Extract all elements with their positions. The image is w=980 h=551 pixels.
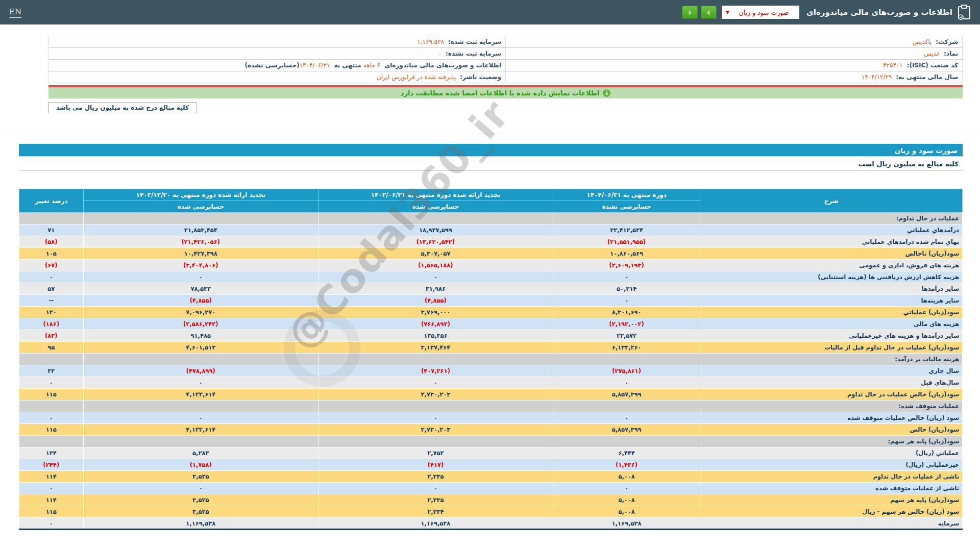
row-value: (۱,۵۶۵,۱۸۸): [318, 260, 553, 271]
header-percent-change: درصد تغییر: [19, 189, 84, 213]
row-value: (۷۶۶,۸۹۲): [318, 318, 553, 330]
issuer-status-value: پذیرفته شده در فرابورس ایران: [377, 73, 458, 81]
row-value: ۲,۷۵۲: [318, 447, 553, 459]
header-previous-period: تجدید ارائه شده دوره منتهی به ۱۴۰۳/۰۶/۳۱: [318, 189, 553, 201]
row-label: عملیات متوقف شده:: [700, 400, 963, 412]
row-value: ۰: [553, 483, 700, 494]
row-percent: ۰: [19, 271, 84, 283]
row-value: ۲,۳۳۴: [318, 506, 553, 518]
statement-unit-note: کلیه مبالغ به میلیون ریال است: [19, 157, 963, 171]
row-label: سود(زیان) پایه هر سهم:: [700, 436, 963, 447]
row-value: [318, 354, 553, 365]
table-header: شرح دوره منتهی به ۱۴۰۴/۰۶/۳۱ تجدید ارائه…: [19, 189, 963, 213]
row-percent: ۱۱۴: [19, 471, 84, 483]
row-value: ۴,۱۲۲,۶۱۴: [83, 389, 318, 400]
row-value: ۵,۰۰۸: [553, 494, 700, 506]
row-label: سایر درآمدها: [700, 283, 963, 295]
row-value: (۲,۱۹۲,۰۰۲): [553, 318, 700, 330]
row-percent: ۱۰۵: [19, 248, 84, 260]
prev-statement-button[interactable]: ‹: [682, 6, 698, 19]
row-percent: [19, 400, 84, 412]
row-value: (۳,۴۰۴,۸۰۶): [83, 260, 318, 271]
issuer-status-label: وضعیت ناشر:: [460, 73, 501, 81]
row-label: سود (زیان) خالص هر سهم - ریال: [700, 506, 963, 518]
period-prefix: اطلاعات و صورت‌های مالی میاندوره‌ای: [382, 62, 501, 69]
table-row: شرکت: پاکدیس سرمایه ثبت شده: ۱,۱۶۹,۵۳۸: [49, 36, 963, 48]
next-statement-button[interactable]: ›: [701, 6, 717, 19]
row-percent: ۵۷: [19, 283, 84, 295]
row-value: [553, 400, 700, 412]
row-label: عملیات در حال تداوم:: [700, 213, 963, 224]
statement-title-bar: صورت سود و زیان: [19, 144, 963, 157]
section-header-row: عملیات متوقف شده:: [19, 400, 963, 412]
income-statement-section: شرح دوره منتهی به ۱۴۰۴/۰۶/۳۱ تجدید ارائه…: [19, 189, 963, 530]
row-value: ۰: [83, 271, 318, 283]
row-value: ۳,۷۶۹,۰۰۰: [318, 307, 553, 318]
row-value: (۲,۵۸۶,۲۴۲): [83, 318, 318, 330]
period-suffix: (حسابرسی نشده): [244, 62, 299, 69]
table-row: سود(زيان) خالص عمليات در حال تداوم۵,۸۵۷,…: [19, 389, 963, 400]
table-row: درآمدهاي عملياتي۳۲,۴۱۲,۵۲۴۱۸,۹۲۷,۵۹۹۳۱,۸…: [19, 224, 963, 236]
table-row: سال جاري(۲۷۵,۸۶۱)(۴۰۷,۲۶۱)(۴۷۸,۸۹۹)۳۲: [19, 365, 963, 377]
row-label: بهاي تمام شده درآمدهاي عملياتي: [700, 236, 963, 248]
isic-value: ۴۲۵۴۰۱: [883, 62, 905, 69]
row-percent: (۱۸۶): [19, 318, 84, 330]
row-value: ۰: [318, 377, 553, 389]
row-label: هزینه های مالی: [700, 318, 963, 330]
table-row: سود(زيان) عملياتي۸,۳۰۱,۶۹۰۳,۷۶۹,۰۰۰۷,۰۹۶…: [19, 307, 963, 318]
row-label: هزينه ماليات بر درآمد:: [700, 354, 963, 365]
row-percent: ۱۳۴: [19, 447, 84, 459]
signature-match-banner: i اطلاعات نمایش داده شده با اطلاعات امضا…: [48, 87, 963, 98]
table-row: سود(زیان) خالص۵,۸۵۷,۳۹۹۲,۷۳۰,۲۰۳۴,۱۲۲,۶۱…: [19, 424, 963, 436]
row-value: ۶,۱۳۳,۲۶۰: [553, 342, 700, 354]
table-row: هزینه های فروش، اداری و عمومی(۲,۶۰۹,۱۹۳)…: [19, 260, 963, 271]
row-value: (۴۰۷,۲۶۱): [318, 365, 553, 377]
subheader-audited-2: حسابرسی شده: [83, 201, 318, 213]
row-label: سود(زيان) عمليات در حال تداوم قبل از مال…: [700, 342, 963, 354]
row-value: [553, 213, 700, 224]
section-divider: [0, 134, 980, 134]
row-label: ناشی از عملیات در حال تداوم: [700, 471, 963, 483]
row-value: ۰: [553, 412, 700, 424]
row-value: ۰: [553, 271, 700, 283]
registered-capital-label: سرمایه ثبت شده:: [448, 38, 501, 45]
subheader-audited-1: حسابرسی شده: [318, 201, 553, 213]
statement-dropdown-value: صورت سود و زیان: [732, 9, 795, 16]
top-header-bar: اطلاعات و صورت‌های مالی میاندوره‌ای صورت…: [0, 0, 980, 24]
statement-dropdown[interactable]: صورت سود و زیان ▼: [722, 6, 799, 19]
company-info-section: شرکت: پاکدیس سرمایه ثبت شده: ۱,۱۶۹,۵۳۸ ن…: [48, 36, 963, 83]
row-label: سال‌هاي قبل: [700, 377, 963, 389]
row-label: هزینه کاهش ارزش دریافتنی ها (هزینه استثن…: [700, 271, 963, 283]
row-value: (۱۳,۶۲۰,۵۴۲): [318, 236, 553, 248]
row-value: ۵,۸۵۷,۳۹۹: [553, 424, 700, 436]
table-row: عملياتي (ريال)۶,۴۴۴۲,۷۵۲۵,۲۸۳۱۳۴: [19, 447, 963, 459]
row-value: ۰: [83, 483, 318, 494]
section-header-row: عملیات در حال تداوم:: [19, 213, 963, 224]
row-percent: ۳۲: [19, 365, 84, 377]
table-row: کد صنعت (ISIC): ۴۲۵۴۰۱ اطلاعات و صورت‌ها…: [49, 60, 963, 71]
row-value: (۴۱۷): [318, 459, 553, 471]
isic-cell: کد صنعت (ISIC): ۴۲۵۴۰۱: [506, 60, 963, 71]
row-value: ۱,۱۶۹,۵۳۸: [318, 518, 553, 530]
table-row: سود(زيان) ناخالص۱۰,۸۶۰,۵۶۹۵,۳۰۷,۰۵۷۱۰,۴۲…: [19, 248, 963, 260]
table-row: هزینه های مالی(۲,۱۹۲,۰۰۲)(۷۶۶,۸۹۲)(۲,۵۸۶…: [19, 318, 963, 330]
subheader-unaudited: حسابرسی نشده: [553, 201, 700, 213]
row-value: ۵,۳۰۷,۰۵۷: [318, 248, 553, 260]
signature-match-text: اطلاعات نمایش داده شده با اطلاعات امضا ش…: [401, 89, 600, 97]
symbol-label: نماد:: [944, 50, 958, 57]
row-value: ۴,۱۲۲,۶۱۴: [83, 424, 318, 436]
row-value: ۳,۵۲۵: [83, 471, 318, 483]
row-percent: ۱۱۵: [19, 506, 84, 518]
row-percent: ۷۱: [19, 224, 84, 236]
english-language-link[interactable]: EN: [9, 7, 21, 18]
income-table-body: عملیات در حال تداوم:درآمدهاي عملياتي۳۲,۴…: [19, 213, 963, 530]
row-percent: ۰: [19, 483, 84, 494]
row-percent: [19, 436, 84, 447]
company-info-table: شرکت: پاکدیس سرمایه ثبت شده: ۱,۱۶۹,۵۳۸ ن…: [48, 36, 963, 83]
row-label: ناشی از عملیات متوقف شده: [700, 483, 963, 494]
row-percent: ۱۱۴: [19, 494, 84, 506]
row-value: ۳,۵۲۵: [83, 494, 318, 506]
unregistered-capital-label: سرمایه ثبت نشده:: [446, 50, 501, 57]
row-value: ۰: [318, 483, 553, 494]
header-description: شرح: [700, 189, 963, 213]
